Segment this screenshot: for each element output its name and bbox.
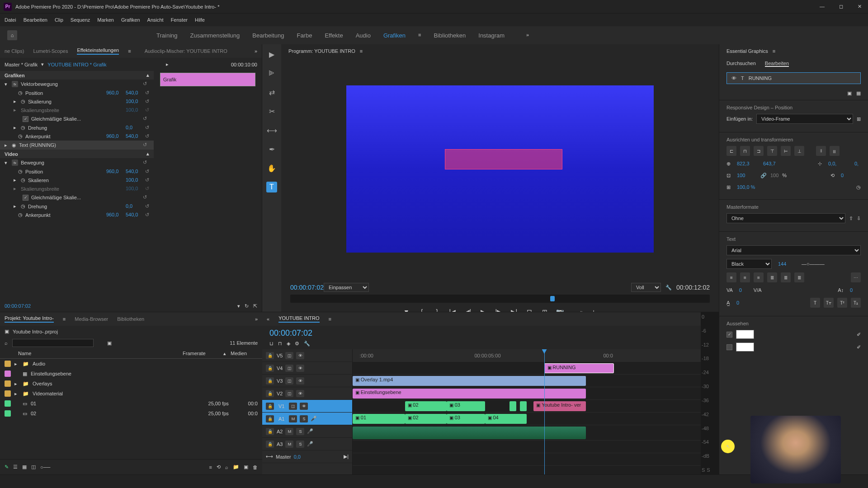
overflow-back-icon[interactable]: «	[267, 316, 269, 322]
expand-icon[interactable]: ⟷	[266, 454, 273, 460]
reset-icon[interactable]: ↺	[145, 90, 149, 95]
menu-hilfe[interactable]: Hilfe	[195, 17, 205, 23]
clip[interactable]: ▣ 02	[405, 401, 447, 411]
home-icon[interactable]: ⌂	[7, 30, 17, 40]
go-end-icon[interactable]: ▶|	[344, 454, 349, 460]
new-item-icon[interactable]: ▣	[244, 464, 248, 470]
col-framerate[interactable]: Framerate	[183, 351, 219, 357]
fx-icon[interactable]: fx	[12, 160, 18, 166]
reset-icon[interactable]: ↺	[145, 133, 149, 139]
loop-icon[interactable]: ↻	[245, 303, 249, 309]
menu-grafiken[interactable]: Grafiken	[121, 17, 140, 23]
weight-select[interactable]: Black	[726, 259, 772, 269]
align-center-h-icon[interactable]: ⊓	[740, 146, 750, 156]
track-eye[interactable]: 👁	[296, 352, 304, 359]
master-format-select[interactable]: Ohne	[726, 213, 845, 223]
solo-s[interactable]: S	[707, 467, 710, 473]
solo-s[interactable]: S	[702, 467, 705, 473]
program-scrubber[interactable]	[290, 295, 710, 303]
program-current-tc[interactable]: 00:00:07:02	[290, 284, 324, 291]
eg-layer-running[interactable]: 👁 T RUNNING	[726, 72, 861, 84]
ws-farbe[interactable]: Farbe	[297, 32, 312, 39]
stopwatch-icon[interactable]: ◷	[18, 90, 23, 96]
stopwatch-icon[interactable]: ◷	[18, 212, 23, 218]
clip-einstellung[interactable]: ▣ Einstellungsebene	[353, 389, 586, 399]
track-lock[interactable]: 🔒	[266, 352, 274, 359]
freeform-icon[interactable]: ◫	[31, 464, 36, 470]
project-item[interactable]: ▭0125,00 fps00:0	[0, 399, 262, 408]
program-monitor[interactable]	[346, 85, 654, 253]
tab-media-browser[interactable]: Media-Browser	[75, 316, 108, 322]
anchor-x-field[interactable]: 0,0,	[826, 160, 848, 168]
search-icon[interactable]: ⌕	[5, 340, 8, 346]
stroke-checkbox[interactable]	[726, 344, 732, 350]
hand-tool[interactable]: ✋	[266, 163, 277, 174]
reset-icon[interactable]: ↺	[143, 142, 149, 148]
clip[interactable]: ▣ 03	[447, 414, 485, 424]
ws-overflow-icon[interactable]: »	[526, 32, 529, 39]
link-icon[interactable]: ⊓	[278, 341, 282, 347]
bin-view-icon[interactable]: ▣	[107, 340, 112, 346]
leading-field[interactable]: 0	[847, 286, 861, 294]
quality-select[interactable]: Voll	[631, 283, 661, 292]
stopwatch-icon[interactable]: ◷	[856, 184, 861, 190]
tab-clips[interactable]: ne Clips)	[5, 48, 24, 54]
timeline-title[interactable]: YOUTUBE INTRO	[278, 315, 319, 323]
clip-running[interactable]: ▣ RUNNING	[544, 363, 614, 373]
icon-view-icon[interactable]: ▦	[22, 464, 27, 470]
ws-audio[interactable]: Audio	[356, 32, 371, 39]
menu-clip[interactable]: Clip	[55, 17, 63, 23]
list-view-icon[interactable]: ☰	[13, 464, 18, 470]
type-tool[interactable]: T	[266, 182, 277, 192]
timeline-ruler[interactable]: :00:00 00:00:05:00 00:0	[353, 349, 701, 362]
razor-tool[interactable]: ✂	[266, 106, 277, 117]
reset-icon[interactable]: ↺	[145, 99, 149, 104]
wrench-icon[interactable]: 🔧	[304, 341, 310, 347]
clip-overlay[interactable]: ▣ Overlay 1.mp4	[353, 376, 586, 386]
ws-zusammenstellung[interactable]: Zusammenstellung	[190, 32, 240, 39]
ripple-tool[interactable]: ⇄	[266, 87, 277, 98]
tab-audioclip[interactable]: Audioclip-Mischer: YOUTUBE INTRO	[145, 48, 227, 54]
track-toggle[interactable]: ◫	[285, 352, 293, 359]
minimize-button[interactable]: —	[817, 3, 827, 10]
anker-y-value[interactable]: 540,0	[126, 133, 144, 139]
menu-sequenz[interactable]: Sequenz	[71, 17, 90, 23]
trash-icon[interactable]: 🗑	[253, 465, 258, 470]
mute-button[interactable]: M	[289, 415, 297, 422]
stroke-color-swatch[interactable]	[736, 343, 754, 352]
fx-icon[interactable]: fx	[12, 81, 18, 87]
upload-icon[interactable]: ⇧	[849, 216, 853, 221]
filter-icon[interactable]: ▾	[237, 303, 240, 309]
dreh-value[interactable]: 0,0	[126, 125, 144, 130]
pos-y-field[interactable]: 643,7	[760, 160, 783, 168]
clip[interactable]: ▣ 04	[485, 414, 527, 424]
rotation-field[interactable]: 0	[838, 171, 861, 179]
timeline-tc[interactable]: 00:00:07:02	[262, 326, 353, 341]
pos-y-value[interactable]: 540,0	[126, 90, 144, 95]
uniform-scale-checkbox[interactable]: ✓	[23, 116, 28, 122]
align-top-icon[interactable]: ⊤	[767, 146, 777, 156]
eyedropper-icon[interactable]: ✐	[857, 332, 861, 338]
panel-menu-icon[interactable]: ≡	[360, 48, 363, 54]
clip[interactable]	[509, 401, 516, 411]
effect-master-label[interactable]: Master * Grafik	[5, 62, 38, 67]
stopwatch-icon[interactable]: ◷	[21, 99, 25, 104]
section-arrow-icon[interactable]: ▴	[146, 72, 149, 78]
eyedropper-icon[interactable]: ✐	[857, 344, 861, 350]
tab-overflow-icon[interactable]: »	[255, 316, 258, 322]
pencil-icon[interactable]: ✎	[5, 464, 9, 470]
tab-effekteinstellungen[interactable]: Effekteinstellungen	[77, 47, 119, 55]
opacity-field[interactable]: 100,0 %	[734, 183, 761, 191]
eg-tab-browse[interactable]: Durchsuchen	[726, 61, 756, 67]
clip[interactable]	[520, 401, 527, 411]
playhead[interactable]	[544, 349, 545, 474]
close-button[interactable]: ✕	[855, 3, 864, 10]
sort-icon[interactable]: ≡	[209, 465, 212, 470]
zoom-slider[interactable]: ○──	[40, 465, 50, 470]
tab-menu-icon[interactable]: ≡	[63, 316, 66, 322]
effect-go-icon[interactable]: ▸	[166, 61, 169, 67]
menu-fenster[interactable]: Fenster	[171, 17, 188, 23]
text-align-right-icon[interactable]: ≡	[754, 272, 764, 282]
project-item[interactable]: ▸📁Videomaterial	[0, 389, 262, 399]
tab-projekt[interactable]: Projekt: Youtube Intro-	[5, 315, 54, 323]
